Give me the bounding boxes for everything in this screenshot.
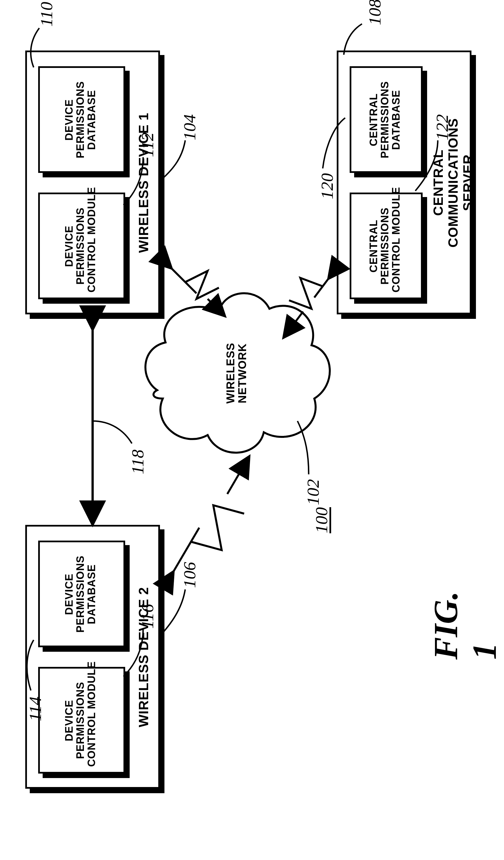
ref-110: 110 (37, 2, 56, 27)
arrows-overlay (0, 0, 504, 860)
ref-120: 120 (317, 173, 337, 199)
ref-102: 102 (303, 479, 323, 505)
ref-122: 122 (432, 114, 452, 140)
ref-112: 112 (138, 132, 157, 157)
figure-caption: FIG. 1 (427, 582, 504, 660)
ref-104: 104 (179, 114, 200, 140)
ref-106: 106 (179, 562, 200, 588)
ref-116: 116 (138, 604, 157, 629)
ref-100: 100 (312, 507, 331, 533)
ref-114: 114 (25, 697, 45, 721)
ref-108: 108 (365, 0, 385, 25)
ref-118: 118 (128, 450, 148, 474)
diagram-root: WIRELESS NETWORK WIRELESS DEVICE 1 DEVIC… (0, 0, 504, 860)
